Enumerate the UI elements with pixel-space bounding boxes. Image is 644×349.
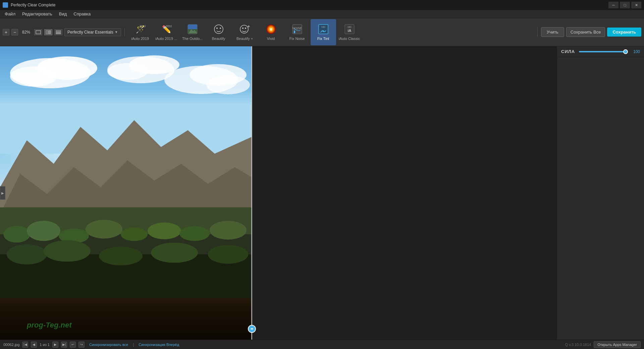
svg-rect-2 <box>49 31 51 34</box>
splitter-arrows-icon <box>250 327 254 331</box>
preset-beautifyplus[interactable]: + Beautify + <box>232 19 258 45</box>
wand-icon: 🪄 2019 <box>135 24 146 35</box>
svg-text:+: + <box>248 24 250 29</box>
preset-beautifyplus-label: Beautify + <box>236 37 253 41</box>
vivid-icon: V <box>265 23 277 35</box>
nav-prev-button[interactable]: ◀ <box>31 342 37 348</box>
preset-beautify-label: Beautify <box>212 37 225 41</box>
menu-file[interactable]: Файл <box>1 11 19 17</box>
menu-view[interactable]: Вид <box>56 11 70 17</box>
preset-dropdown-icon: ▼ <box>115 30 118 34</box>
svg-point-15 <box>240 25 248 33</box>
face-icon <box>213 24 224 35</box>
close-button[interactable]: ✕ <box>631 2 641 8</box>
preset-vivid[interactable]: V Vivid <box>258 19 284 45</box>
menu-bar: Файл Редактировать Вид Справка <box>0 10 644 18</box>
preset-iauto2019alt-label: iAuto 2019 ... <box>155 37 177 41</box>
svg-rect-0 <box>36 31 41 34</box>
outdoor-icon <box>186 23 199 35</box>
toolbar-left: + − 82% Perfectly Clear Essentials ▼ <box>3 28 125 36</box>
preset-fixnoise[interactable]: NOISE Fix Noise <box>284 19 310 45</box>
nav-last-button[interactable]: ▶| <box>61 342 67 348</box>
sila-label: СИЛА <box>561 49 575 54</box>
split-divider[interactable] <box>251 46 252 340</box>
preset-iauto-classic-label: iAuto Classic <box>339 37 360 41</box>
preset-fixtint[interactable]: HD Fix Tint <box>311 19 336 45</box>
strength-slider[interactable] <box>579 51 628 52</box>
iauto2019alt-icon: ✏️ 2019 <box>160 23 172 35</box>
chevron-right-icon: ▶ <box>1 191 4 195</box>
strength-value: 100 <box>631 49 640 54</box>
svg-text:HD: HD <box>321 26 325 29</box>
menu-help[interactable]: Справка <box>70 11 94 17</box>
preset-beautify[interactable]: Beautify <box>206 19 231 45</box>
svg-text:iA: iA <box>347 29 351 33</box>
title-text: Perfectly Clear Complete <box>11 3 55 7</box>
save-all-button[interactable]: Сохранить Все <box>566 27 605 37</box>
sync-forward-button[interactable]: Синхронизация Вперёд <box>137 343 181 347</box>
file-name: 00062.jpg <box>3 343 19 347</box>
nav-first-button[interactable]: |◀ <box>22 342 28 348</box>
tint-svg-icon: HD <box>318 24 329 35</box>
minimize-button[interactable]: ─ <box>608 2 619 8</box>
preset-iauto2019[interactable]: 🪄 2019 iAuto 2019 <box>127 19 153 45</box>
toolbar: + − 82% Perfectly Clear Essentials ▼ <box>0 18 644 46</box>
view-split-button[interactable] <box>44 29 52 35</box>
learn-button[interactable]: Учить <box>541 27 564 37</box>
preset-selector[interactable]: Perfectly Clear Essentials ▼ <box>64 28 121 36</box>
canvas-area: ▶ prog-Teg.net <box>0 46 557 340</box>
vivid-svg-icon: V <box>266 24 276 35</box>
nav-next-file-button[interactable]: ↪ <box>78 342 85 348</box>
beautify-icon <box>213 23 225 35</box>
preset-outdoor[interactable]: The Outdo... <box>180 19 205 45</box>
title-bar: Perfectly Clear Complete ─ □ ✕ <box>0 0 644 10</box>
page-info: 1 из 1 <box>40 343 50 347</box>
preset-iauto2019-label: iAuto 2019 <box>131 37 149 41</box>
svg-point-27 <box>322 30 324 32</box>
svg-point-16 <box>242 28 244 29</box>
before-landscape <box>0 46 252 340</box>
zoom-value: 82% <box>20 30 32 35</box>
zoom-out-button[interactable]: − <box>11 29 18 36</box>
svg-rect-24 <box>294 31 295 33</box>
preset-iauto2019alt[interactable]: ✏️ 2019 iAuto 2019 ... <box>154 19 179 45</box>
compare-view-icon <box>56 30 61 34</box>
svg-text:2019: 2019 <box>166 24 172 28</box>
status-left: 00062.jpg |◀ ◀ 1 из 1 ▶ ▶| ↩ ↪ Синхрониз… <box>3 342 181 348</box>
watermark: prog-Teg.net <box>27 321 72 330</box>
svg-point-12 <box>214 25 223 34</box>
nav-next-button[interactable]: ▶ <box>52 342 58 348</box>
preset-vivid-label: Vivid <box>267 37 275 41</box>
fixtint-icon: HD <box>317 23 329 35</box>
status-bar: 00062.jpg |◀ ◀ 1 из 1 ▶ ▶| ↩ ↪ Синхрониз… <box>0 340 644 349</box>
iauto2019-icon: 🪄 2019 <box>134 23 146 35</box>
svg-point-17 <box>245 28 246 29</box>
fixnoise-icon: NOISE <box>291 23 303 35</box>
image-before <box>0 46 252 340</box>
svg-text:HD: HD <box>347 26 352 29</box>
svg-point-14 <box>220 28 221 29</box>
save-button[interactable]: Сохранить <box>607 28 641 37</box>
preset-outdoor-label: The Outdo... <box>182 37 203 41</box>
view-compare-button[interactable] <box>54 29 62 35</box>
zoom-in-button[interactable]: + <box>3 29 9 36</box>
main-area: ▶ prog-Teg.net СИЛА 100 <box>0 46 644 340</box>
maximize-button[interactable]: □ <box>620 2 630 8</box>
svg-rect-1 <box>46 31 48 34</box>
right-panel-header: СИЛА 100 <box>557 46 644 57</box>
version-info: Q v.3.10.0.1814 <box>565 343 591 347</box>
noise-svg-icon: NOISE <box>292 24 303 35</box>
svg-rect-3 <box>56 31 61 32</box>
preset-iauto-classic[interactable]: HD iA iAuto Classic <box>337 19 362 45</box>
single-view-icon <box>36 30 41 34</box>
apps-manager-button[interactable]: Открыть Apps Manager <box>594 341 641 348</box>
strength-slider-container: 100 <box>579 49 640 54</box>
menu-edit[interactable]: Редактировать <box>19 11 56 17</box>
splitter-handle[interactable] <box>248 325 256 333</box>
svg-marker-100 <box>251 328 253 330</box>
nav-prev-file-button[interactable]: ↩ <box>70 342 76 348</box>
left-panel-toggle[interactable]: ▶ <box>0 186 5 200</box>
sync-all-button[interactable]: Синхронизировать все <box>87 343 130 347</box>
beautifyplus-icon: + <box>239 23 251 35</box>
view-single-button[interactable] <box>34 29 42 35</box>
